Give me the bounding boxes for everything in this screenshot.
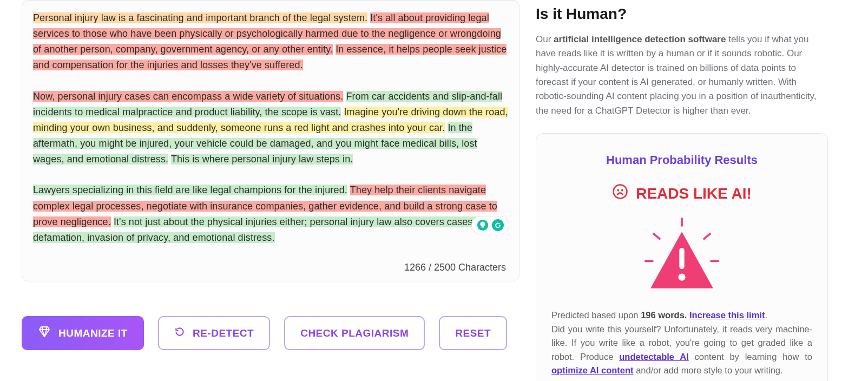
svg-point-1 (492, 219, 504, 231)
verdict-text: READS LIKE AI! (636, 185, 752, 202)
highlight-segment: Personal injury law is a fascinating and… (33, 12, 367, 23)
humanize-label: HUMANIZE IT (58, 327, 128, 339)
result-card: Human Probability Results READS LIKE AI! (536, 133, 828, 381)
undetectable-ai-link[interactable]: undetectable AI (619, 352, 688, 362)
highlight-segment: Lawyers specializing in this field are l… (33, 185, 347, 195)
reset-button[interactable]: RESET (439, 316, 507, 350)
highlight-segment: Now, personal injury cases can encompass… (33, 91, 343, 102)
diamond-icon (38, 326, 51, 340)
redo-icon (174, 326, 185, 340)
lightbulb-icon[interactable] (475, 218, 490, 233)
svg-line-4 (654, 234, 660, 239)
panel-description: Our artificial intelligence detection so… (536, 32, 828, 118)
editor-text[interactable]: Personal injury law is a fascinating and… (33, 10, 508, 246)
character-counter: 1266 / 2500 Characters (404, 262, 506, 273)
editor-helpers (471, 216, 509, 234)
result-title: Human Probability Results (551, 153, 812, 167)
highlight-segment: This is where personal injury law steps … (171, 154, 353, 165)
svg-point-9 (678, 274, 685, 281)
redetect-button[interactable]: RE-DETECT (158, 316, 270, 350)
svg-rect-8 (679, 248, 684, 269)
frown-icon (612, 183, 628, 203)
editor-panel: Personal injury law is a fascinating and… (22, 0, 520, 281)
plagiarism-button[interactable]: CHECK PLAGIARISM (284, 316, 425, 350)
increase-limit-link[interactable]: Increase this limit (689, 310, 765, 320)
warning-icon (551, 218, 812, 293)
humanize-button[interactable]: HUMANIZE IT (22, 316, 144, 350)
redetect-label: RE-DETECT (193, 327, 254, 339)
grammarly-icon[interactable] (490, 218, 505, 233)
panel-title: Is it Human? (536, 5, 828, 23)
action-buttons: HUMANIZE IT RE-DETECT CHECK PLAGIARISM R… (22, 316, 520, 350)
verdict: READS LIKE AI! (551, 183, 812, 203)
reset-label: RESET (455, 327, 491, 339)
result-body: Predicted based upon 196 words. Increase… (551, 308, 812, 378)
svg-line-5 (704, 234, 710, 239)
optimize-link[interactable]: optimize AI content (551, 365, 634, 375)
svg-point-2 (614, 185, 627, 199)
plagiarism-label: CHECK PLAGIARISM (300, 327, 409, 339)
